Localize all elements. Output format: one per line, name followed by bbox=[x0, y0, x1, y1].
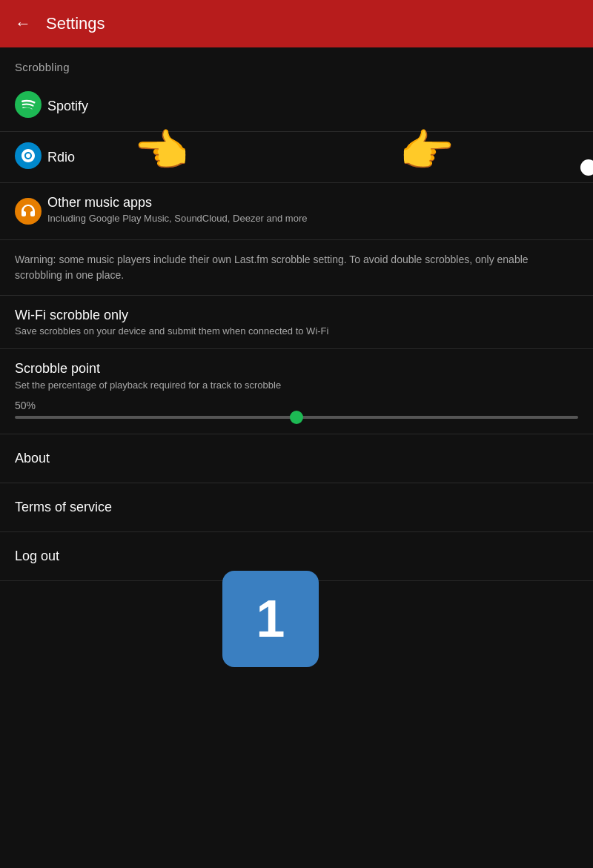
wifi-scrobble-title: Wi-Fi scrobble only bbox=[15, 308, 569, 323]
about-label: About bbox=[15, 451, 50, 466]
badge-number: 1 bbox=[256, 589, 285, 649]
terms-label: Terms of service bbox=[15, 500, 112, 515]
svg-point-3 bbox=[15, 198, 42, 225]
wifi-scrobble-subtitle: Save scrobbles on your device and submit… bbox=[15, 325, 569, 337]
svg-point-2 bbox=[26, 153, 30, 158]
headphones-icon bbox=[15, 195, 47, 228]
other-apps-subtitle: Including Google Play Music, SoundCloud,… bbox=[47, 213, 569, 224]
scrobble-point-title: Scrobble point bbox=[15, 361, 578, 377]
terms-row[interactable]: Terms of service bbox=[0, 483, 593, 532]
back-button[interactable]: ← bbox=[15, 14, 31, 33]
scrobbling-warning: Warning: some music players include thei… bbox=[0, 240, 593, 296]
scrobble-point-slider[interactable] bbox=[15, 416, 578, 419]
rdio-row[interactable]: Rdio bbox=[0, 132, 593, 183]
scrobbling-section-label: Scrobbling bbox=[0, 47, 593, 81]
rdio-icon bbox=[15, 142, 47, 172]
number-badge: 1 bbox=[222, 571, 319, 667]
scrobble-point-value: 50% bbox=[15, 400, 578, 411]
other-apps-title: Other music apps bbox=[47, 195, 569, 211]
wifi-scrobble-row[interactable]: Wi-Fi scrobble only Save scrobbles on yo… bbox=[0, 296, 593, 349]
other-apps-row[interactable]: Other music apps Including Google Play M… bbox=[0, 183, 593, 240]
rdio-title: Rdio bbox=[47, 150, 569, 165]
logout-label: Log out bbox=[15, 549, 59, 564]
page-title: Settings bbox=[46, 14, 105, 33]
spotify-row[interactable]: Spotify bbox=[0, 81, 593, 132]
about-row[interactable]: About bbox=[0, 434, 593, 483]
spotify-icon bbox=[15, 91, 47, 121]
scrobble-point-subtitle: Set the percentage of playback required … bbox=[15, 380, 578, 391]
scrobble-point-section: Scrobble point Set the percentage of pla… bbox=[0, 349, 593, 434]
spotify-title: Spotify bbox=[47, 99, 569, 114]
settings-header: ← Settings bbox=[0, 0, 593, 47]
